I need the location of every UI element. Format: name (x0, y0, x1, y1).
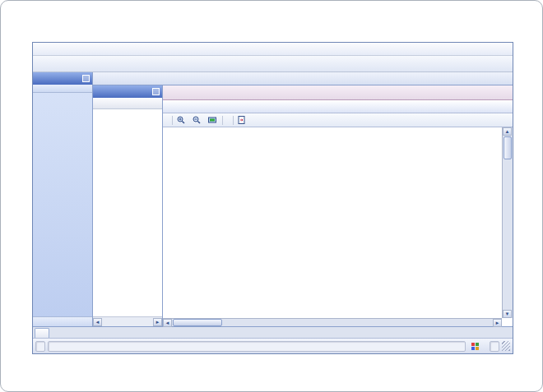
project-tree (93, 109, 162, 316)
main-area: ◄ ► (93, 72, 513, 326)
tree-horizontal-scrollbar[interactable]: ◄ ► (93, 316, 162, 326)
locate-icon (238, 116, 245, 124)
gantt-horizontal-scrollbar[interactable]: ◄ ► (163, 318, 502, 326)
scrollbar-thumb[interactable] (504, 136, 512, 159)
gantt-panel: ▲ ▼ ◄ ► (163, 85, 513, 326)
pin-icon[interactable] (152, 88, 160, 95)
separator (233, 116, 234, 125)
statusbar-ready (48, 341, 466, 352)
zoom-out-button[interactable] (191, 116, 204, 124)
zoom-in-button[interactable] (175, 116, 188, 124)
scrollbar-thumb[interactable] (173, 319, 222, 326)
nav-overflow-button[interactable] (33, 316, 92, 326)
status-tabs (163, 85, 513, 100)
menubar (33, 43, 513, 56)
magnifier-minus-icon (193, 116, 201, 124)
separator (172, 116, 173, 125)
fit-button[interactable] (207, 116, 220, 124)
gantt-toolbar (163, 113, 513, 127)
separator (222, 116, 223, 125)
app-body: ◄ ► (33, 72, 513, 326)
pin-icon[interactable] (82, 75, 90, 82)
interface-style-button[interactable] (468, 343, 487, 350)
gantt-vertical-scrollbar[interactable]: ▲ ▼ (502, 127, 513, 318)
view-buttons (163, 100, 513, 113)
scroll-right-icon[interactable]: ► (493, 319, 502, 327)
resize-grip[interactable] (502, 341, 510, 351)
nav-groups (33, 93, 92, 316)
scroll-right-icon[interactable]: ► (153, 318, 162, 326)
scroll-up-icon[interactable]: ▲ (503, 127, 512, 136)
document-tabs (93, 72, 513, 85)
scroll-left-icon[interactable]: ◄ (163, 319, 172, 327)
screenshot-frame: ◄ ► (0, 0, 543, 392)
gantt-chart-area: ▲ ▼ ◄ ► (163, 127, 513, 326)
style-grid-icon (471, 343, 475, 346)
fit-icon (208, 116, 216, 124)
tree-column-header[interactable] (93, 98, 162, 109)
statusbar-company (35, 341, 45, 352)
statusbar-session-info (490, 341, 499, 352)
project-folder-panel: ◄ ► (93, 85, 163, 326)
gantt-chart[interactable] (163, 127, 502, 318)
statusbar (33, 338, 513, 353)
message-management-tab[interactable] (35, 328, 49, 338)
message-tab-row (33, 326, 513, 338)
scrollbar-track (503, 160, 513, 310)
nav-sidebar (33, 72, 93, 326)
project-folder-header (93, 85, 162, 98)
locate-button[interactable] (236, 116, 248, 124)
content-area: ◄ ► (93, 85, 513, 326)
scroll-down-icon[interactable]: ▼ (503, 310, 512, 318)
nav-collapse-button[interactable] (33, 85, 92, 93)
main-toolbar (33, 56, 513, 72)
nav-sidebar-header (33, 72, 92, 85)
magnifier-plus-icon (177, 116, 185, 124)
app-window: ◄ ► (32, 42, 513, 354)
scroll-left-icon[interactable]: ◄ (93, 318, 102, 326)
